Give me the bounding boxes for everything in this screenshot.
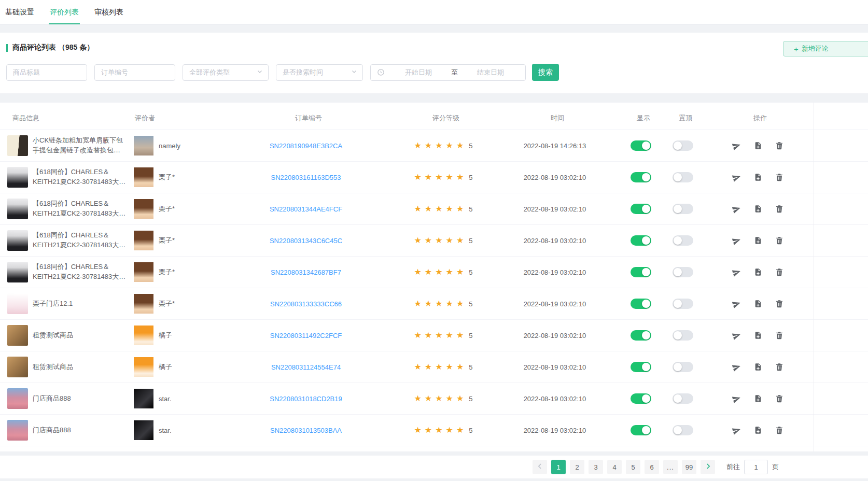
page-number-button[interactable]: 3 xyxy=(589,460,603,474)
add-review-button[interactable]: + 新增评论 xyxy=(783,41,868,56)
order-number-input[interactable] xyxy=(94,64,175,81)
reviewer-name: 栗子* xyxy=(159,204,175,214)
page-number-button[interactable]: ... xyxy=(663,460,678,474)
end-date-placeholder[interactable]: 结束日期 xyxy=(461,68,520,77)
top-toggle[interactable] xyxy=(673,425,693,435)
send-icon[interactable] xyxy=(732,331,741,340)
show-toggle[interactable] xyxy=(631,362,651,372)
document-add-icon[interactable] xyxy=(754,300,762,308)
send-icon[interactable] xyxy=(732,268,741,277)
top-toggle[interactable] xyxy=(673,140,693,151)
page-number-button[interactable]: 2 xyxy=(570,460,584,474)
send-icon[interactable] xyxy=(732,142,741,150)
top-toggle[interactable] xyxy=(673,362,693,372)
page-number-button[interactable]: 4 xyxy=(607,460,622,474)
show-toggle[interactable] xyxy=(631,172,651,182)
send-icon[interactable] xyxy=(732,363,741,372)
send-icon[interactable] xyxy=(732,394,741,403)
tab-basic-settings[interactable]: 基础设置 xyxy=(4,8,35,24)
send-icon[interactable] xyxy=(732,205,741,214)
prev-page-button[interactable] xyxy=(533,460,547,474)
document-add-icon[interactable] xyxy=(754,236,762,245)
show-toggle[interactable] xyxy=(631,204,651,214)
show-toggle[interactable] xyxy=(631,299,651,309)
search-button[interactable]: 搜索 xyxy=(532,64,559,81)
date-range-picker[interactable]: 开始日期 至 结束日期 xyxy=(370,64,526,81)
goto-page-input[interactable] xyxy=(744,460,768,474)
document-add-icon[interactable] xyxy=(754,173,762,182)
show-toggle[interactable] xyxy=(631,267,651,277)
tab-audit-list[interactable]: 审核列表 xyxy=(93,8,124,24)
time-search-select[interactable]: 是否搜索时间 xyxy=(276,64,363,81)
top-toggle[interactable] xyxy=(673,330,693,341)
chevron-left-icon xyxy=(537,463,543,471)
top-toggle[interactable] xyxy=(673,299,693,309)
trash-icon[interactable] xyxy=(775,142,783,150)
review-time: 2022-08-19 14:26:13 xyxy=(524,142,586,150)
rating-value: 5 xyxy=(469,427,472,434)
document-add-icon[interactable] xyxy=(754,363,762,372)
goto-page: 前往 页 xyxy=(726,460,779,474)
order-number-link[interactable]: SN22080311492C2FCF xyxy=(270,332,342,339)
trash-icon[interactable] xyxy=(775,236,783,245)
send-icon[interactable] xyxy=(732,426,741,435)
show-toggle[interactable] xyxy=(631,393,651,404)
trash-icon[interactable] xyxy=(775,268,783,277)
col-top: 置顶 xyxy=(665,114,701,123)
order-number-link[interactable]: SN2208031344AE4FCF xyxy=(270,205,342,213)
document-add-icon[interactable] xyxy=(754,394,762,403)
page-number-button[interactable]: 99 xyxy=(682,460,696,474)
show-toggle[interactable] xyxy=(631,235,651,246)
order-number-link[interactable]: SN2208031018CD2B19 xyxy=(270,395,342,403)
reviewer-name: namely xyxy=(159,142,180,150)
page-number-button[interactable]: 1 xyxy=(551,460,566,474)
start-date-placeholder[interactable]: 开始日期 xyxy=(389,68,448,77)
show-toggle[interactable] xyxy=(631,140,651,151)
next-page-button[interactable] xyxy=(701,460,715,474)
order-number-link[interactable]: SN220803161163D553 xyxy=(271,174,341,181)
tab-review-list[interactable]: 评价列表 xyxy=(49,8,80,24)
send-icon[interactable] xyxy=(732,173,741,182)
page-number-button[interactable]: 5 xyxy=(626,460,640,474)
top-toggle[interactable] xyxy=(673,393,693,404)
chevron-right-icon xyxy=(705,463,711,471)
document-add-icon[interactable] xyxy=(754,268,762,277)
review-time: 2022-08-19 03:02:10 xyxy=(524,268,586,276)
trash-icon[interactable] xyxy=(775,426,783,435)
document-add-icon[interactable] xyxy=(754,142,762,150)
top-toggle[interactable] xyxy=(673,267,693,277)
document-add-icon[interactable] xyxy=(754,426,762,435)
document-add-icon[interactable] xyxy=(754,331,762,340)
show-toggle[interactable] xyxy=(631,330,651,341)
product-image xyxy=(7,167,28,188)
top-toggle[interactable] xyxy=(673,172,693,182)
order-number-link[interactable]: SN2208031342687BF7 xyxy=(271,268,341,276)
trash-icon[interactable] xyxy=(775,205,783,214)
star-rating: ★★★★★ xyxy=(414,205,467,213)
trash-icon[interactable] xyxy=(775,173,783,182)
order-number-link[interactable]: SN2208031013503BAA xyxy=(270,427,342,434)
send-icon[interactable] xyxy=(732,300,741,308)
reviewer-name: 橘子 xyxy=(159,331,172,340)
trash-icon[interactable] xyxy=(775,331,783,340)
top-toggle[interactable] xyxy=(673,204,693,214)
product-title-input[interactable] xyxy=(6,64,87,81)
rating-value: 5 xyxy=(469,363,472,371)
col-show: 显示 xyxy=(617,114,665,123)
section-title-row: 商品评论列表 （985 条） xyxy=(6,43,862,52)
order-number-link[interactable]: SN2208031343C6C45C xyxy=(270,237,342,245)
page-number-button[interactable]: 6 xyxy=(645,460,659,474)
review-type-select[interactable]: 全部评价类型 xyxy=(183,64,269,81)
order-number-link[interactable]: SN2208031124554E74 xyxy=(271,363,341,371)
trash-icon[interactable] xyxy=(775,394,783,403)
top-toggle[interactable] xyxy=(673,235,693,246)
show-toggle[interactable] xyxy=(631,425,651,435)
send-icon[interactable] xyxy=(732,236,741,245)
rating-value: 5 xyxy=(469,174,472,181)
trash-icon[interactable] xyxy=(775,363,783,372)
order-number-link[interactable]: SN2208190948E3B2CA xyxy=(270,142,342,150)
table-row: 门店商品888 star. SN2208031013503BAA ★★★★★ 5… xyxy=(0,415,868,446)
trash-icon[interactable] xyxy=(775,300,783,308)
document-add-icon[interactable] xyxy=(754,205,762,214)
order-number-link[interactable]: SN220803133333CC66 xyxy=(270,300,342,308)
